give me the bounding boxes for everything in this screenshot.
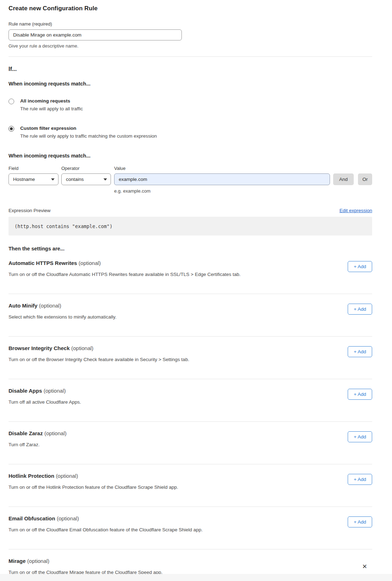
setting-auto-minify: Auto Minify (optional) Select which file… (9, 294, 372, 337)
optional-label: (optional) (39, 303, 61, 309)
setting-name: Disable Zaraz (9, 430, 43, 436)
optional-label: (optional) (27, 558, 50, 564)
add-button[interactable]: + Add (348, 389, 372, 400)
optional-label: (optional) (71, 345, 94, 351)
operator-select[interactable]: contains (61, 173, 111, 185)
expression-preview-code: (http.host contains "example.com") (9, 217, 372, 236)
section-divider (9, 56, 372, 57)
footer-band (0, 574, 392, 581)
radio-description: The rule will only apply to traffic matc… (20, 133, 157, 139)
edit-expression-link[interactable]: Edit expression (340, 208, 372, 213)
setting-name: Mirage (9, 558, 26, 564)
and-button[interactable]: And (333, 173, 354, 185)
expression-preview-label: Expression Preview (9, 208, 51, 213)
setting-name: Disable Apps (9, 388, 42, 394)
setting-name: Automatic HTTPS Rewrites (9, 260, 77, 266)
setting-name: Email Obfuscation (9, 515, 55, 521)
setting-disable-zaraz: Disable Zaraz (optional) Turn off Zaraz.… (9, 422, 372, 464)
setting-description: Turn on or off the Browser Integrity Che… (9, 357, 372, 362)
or-button[interactable]: Or (358, 173, 372, 185)
optional-label: (optional) (56, 473, 78, 479)
radio-option-custom-filter[interactable]: Custom filter expression The rule will o… (9, 126, 372, 139)
setting-name: Browser Integrity Check (9, 345, 70, 351)
operator-label: Operator (61, 166, 114, 171)
setting-name: Hotlink Protection (9, 473, 54, 479)
setting-automatic-https-rewrites: Automatic HTTPS Rewrites (optional) Turn… (9, 251, 372, 294)
radio-unselected-icon[interactable] (9, 99, 14, 104)
field-select-value: Hostname (13, 177, 35, 182)
setting-description: Turn off all active Cloudflare Apps. (9, 399, 372, 405)
expression-code-text: (http.host contains "example.com") (15, 223, 112, 229)
field-label: Field (9, 166, 61, 171)
chevron-down-icon (51, 178, 55, 181)
optional-label: (optional) (79, 260, 101, 266)
setting-email-obfuscation: Email Obfuscation (optional) Turn on or … (9, 507, 372, 549)
if-heading: If... (9, 66, 372, 72)
settings-heading: Then the settings are... (9, 246, 372, 251)
setting-disable-apps: Disable Apps (optional) Turn off all act… (9, 379, 372, 422)
optional-label: (optional) (44, 430, 67, 436)
value-label: Value (114, 166, 125, 171)
close-icon[interactable]: ✕ (362, 564, 367, 570)
setting-description: Select which file extensions to minify a… (9, 314, 372, 320)
radio-label: Custom filter expression (20, 126, 157, 131)
setting-browser-integrity-check: Browser Integrity Check (optional) Turn … (9, 337, 372, 379)
add-button[interactable]: + Add (348, 261, 372, 272)
create-configuration-rule-page: Create new Configuration Rule Rule name … (0, 0, 392, 581)
page-title: Create new Configuration Rule (9, 0, 372, 12)
value-helper: e.g. example.com (114, 188, 372, 194)
rule-name-input[interactable] (9, 29, 182, 40)
field-select[interactable]: Hostname (9, 173, 58, 185)
optional-label: (optional) (57, 515, 79, 521)
setting-description: Turn on or off the Cloudflare Email Obfu… (9, 527, 372, 532)
radio-label: All incoming requests (20, 98, 83, 104)
setting-description: Turn on or off the Cloudflare Automatic … (9, 272, 372, 277)
setting-description: Turn on or off the Hotlink Protection fe… (9, 485, 372, 490)
radio-option-all-requests[interactable]: All incoming requests The rule will appl… (9, 98, 372, 111)
optional-label: (optional) (44, 388, 66, 394)
add-button[interactable]: + Add (348, 474, 372, 485)
value-input[interactable] (114, 173, 330, 185)
rule-name-helper: Give your rule a descriptive name. (9, 43, 372, 49)
rule-name-label: Rule name (required) (9, 21, 372, 27)
add-button[interactable]: + Add (348, 431, 372, 442)
setting-hotlink-protection: Hotlink Protection (optional) Turn on or… (9, 464, 372, 507)
add-button[interactable]: + Add (348, 516, 372, 527)
add-button[interactable]: + Add (348, 304, 372, 315)
add-button[interactable]: + Add (348, 346, 372, 357)
radio-description: The rule will apply to all traffic (20, 106, 83, 111)
setting-description: Turn off Zaraz. (9, 442, 372, 447)
operator-select-value: contains (66, 177, 84, 182)
chevron-down-icon (103, 178, 107, 181)
match-heading: When incoming requests match... (9, 81, 372, 87)
expression-builder-heading: When incoming requests match... (9, 153, 372, 159)
radio-selected-icon[interactable] (9, 126, 14, 132)
setting-name: Auto Minify (9, 303, 38, 309)
